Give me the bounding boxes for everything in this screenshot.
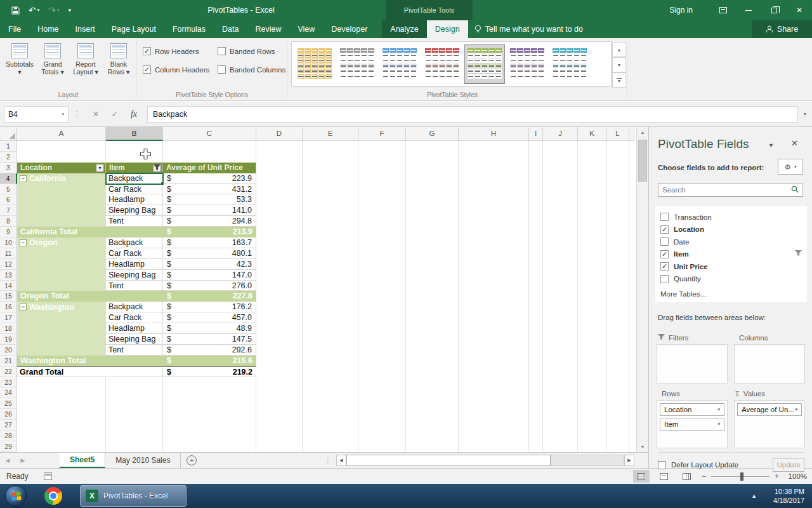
field-item-quantity[interactable]: Quantity bbox=[660, 273, 802, 286]
column-header-A[interactable]: A bbox=[17, 127, 106, 141]
pivot-value-cell[interactable]: $276.0 bbox=[163, 281, 256, 291]
pivot-style-gray[interactable] bbox=[337, 44, 377, 84]
row-header-9[interactable]: 9 bbox=[0, 227, 17, 237]
sheet-next-icon[interactable]: ▶ bbox=[15, 453, 30, 468]
pivot-header-item[interactable]: Item bbox=[106, 163, 163, 173]
field-checkbox[interactable]: ✓ bbox=[660, 262, 669, 271]
option-row-headers[interactable]: ✓Row Headers bbox=[143, 47, 218, 55]
pivot-subtotal-label[interactable]: California Total bbox=[17, 227, 163, 237]
row-header-4[interactable]: 4 bbox=[0, 173, 17, 184]
search-input[interactable] bbox=[658, 186, 787, 194]
tab-design[interactable]: Design bbox=[427, 20, 468, 38]
column-header-E[interactable]: E bbox=[303, 127, 358, 141]
pivot-item-cell[interactable]: Headlamp bbox=[106, 194, 163, 205]
new-sheet-button[interactable]: + bbox=[181, 453, 202, 468]
field-checkbox[interactable]: ✓ bbox=[660, 225, 669, 234]
more-tables-link[interactable]: More Tables... bbox=[660, 288, 802, 300]
pivot-subtotal-value[interactable]: $215.6 bbox=[163, 356, 256, 366]
pivot-value-cell[interactable]: $223.9 bbox=[163, 173, 256, 184]
column-header-G[interactable]: G bbox=[406, 127, 459, 141]
gallery-scroll-down-button[interactable]: ▼ bbox=[612, 57, 626, 72]
clock[interactable]: 10:38 PM 4/18/2017 bbox=[773, 487, 804, 505]
option-column-headers[interactable]: ✓Column Headers bbox=[143, 65, 218, 74]
grand-totals-button[interactable]: GrandTotals ▾ bbox=[37, 42, 69, 89]
pivot-value-cell[interactable]: $147.5 bbox=[163, 334, 256, 345]
item-filter-icon[interactable] bbox=[153, 164, 161, 172]
ribbon-display-options-icon[interactable] bbox=[710, 0, 736, 20]
row-header-26[interactable]: 26 bbox=[0, 409, 17, 420]
pivot-value-cell[interactable]: $294.8 bbox=[163, 216, 256, 227]
pivot-value-cell[interactable]: $42.3 bbox=[163, 259, 256, 270]
row-header-17[interactable]: 17 bbox=[0, 312, 17, 323]
pivot-style-purple[interactable] bbox=[507, 44, 547, 84]
area-dropzone-columns[interactable] bbox=[734, 344, 805, 384]
pivot-value-cell[interactable]: $176.2 bbox=[163, 302, 256, 312]
pivot-item-cell[interactable]: Sleeping Bag bbox=[106, 270, 163, 281]
tab-formulas[interactable]: Formulas bbox=[164, 20, 214, 38]
pivot-location-cell[interactable] bbox=[17, 334, 106, 345]
pivot-style-red[interactable] bbox=[422, 44, 462, 84]
tab-page-layout[interactable]: Page Layout bbox=[103, 20, 164, 38]
vertical-scroll-thumb[interactable] bbox=[638, 140, 647, 182]
pivot-style-light-tan[interactable] bbox=[294, 44, 335, 84]
pivot-value-cell[interactable]: $53.3 bbox=[163, 194, 256, 205]
row-header-1[interactable]: 1 bbox=[0, 141, 17, 152]
row-header-10[interactable]: 10 bbox=[0, 237, 17, 248]
row-header-22[interactable]: 22 bbox=[0, 366, 17, 377]
pivot-value-cell[interactable]: $163.7 bbox=[163, 237, 256, 248]
pivot-value-cell[interactable]: $141.0 bbox=[163, 205, 256, 216]
row-header-15[interactable]: 15 bbox=[0, 291, 17, 302]
pivot-item-cell[interactable]: Car Rack bbox=[106, 312, 163, 323]
pivot-location-cell[interactable] bbox=[17, 194, 106, 205]
pivot-location-cell[interactable]: −Washington bbox=[17, 302, 106, 312]
field-checkbox[interactable] bbox=[660, 237, 669, 246]
field-item-item[interactable]: ✓Item bbox=[660, 248, 802, 261]
zoom-in-button[interactable]: + bbox=[775, 472, 779, 481]
blank-rows-button[interactable]: BlankRows ▾ bbox=[103, 42, 134, 89]
pivot-value-cell[interactable]: $292.6 bbox=[163, 345, 256, 356]
normal-view-button[interactable] bbox=[633, 470, 650, 483]
horizontal-scrollbar[interactable]: ◀ ▶ bbox=[336, 455, 634, 466]
row-header-29[interactable]: 29 bbox=[0, 441, 17, 452]
scroll-up-icon[interactable]: ▲ bbox=[637, 127, 648, 138]
formula-bar-splitter[interactable]: ⋮ bbox=[69, 110, 86, 118]
gallery-scroll-up-button[interactable]: ▲ bbox=[612, 42, 626, 57]
start-button[interactable] bbox=[5, 485, 27, 507]
row-header-8[interactable]: 8 bbox=[0, 216, 17, 227]
collapse-icon[interactable]: − bbox=[20, 239, 27, 246]
area-dropzone-filters[interactable] bbox=[657, 344, 728, 384]
pivot-item-cell[interactable]: Car Rack bbox=[106, 248, 163, 259]
grand-total-label[interactable]: Grand Total bbox=[17, 366, 106, 377]
pivot-subtotal-label[interactable]: Washington Total bbox=[17, 356, 163, 366]
subtotals-button[interactable]: Subtotals▾ bbox=[4, 42, 36, 89]
pivot-location-cell[interactable]: −California bbox=[17, 173, 106, 184]
row-header-23[interactable]: 23 bbox=[0, 377, 17, 388]
area-dropzone-rows[interactable]: Location▾Item▾ bbox=[657, 400, 728, 448]
pivot-item-cell[interactable]: Car Rack bbox=[106, 184, 163, 195]
pivot-value-cell[interactable]: $48.9 bbox=[163, 323, 256, 334]
pivot-item-cell[interactable]: Backpack bbox=[106, 302, 163, 312]
column-header-D[interactable]: D bbox=[256, 127, 303, 141]
page-break-view-button[interactable] bbox=[679, 470, 695, 483]
row-header-28[interactable]: 28 bbox=[0, 431, 17, 441]
field-item-unit-price[interactable]: ✓Unit Price bbox=[660, 260, 802, 273]
column-header-L[interactable]: L bbox=[606, 127, 629, 141]
pane-options-icon[interactable]: ▼ bbox=[768, 142, 774, 149]
row-header-21[interactable]: 21 bbox=[0, 356, 17, 366]
field-item-date[interactable]: Date bbox=[660, 236, 802, 248]
row-header-7[interactable]: 7 bbox=[0, 205, 17, 216]
pivot-value-cell[interactable]: $147.0 bbox=[163, 270, 256, 281]
pivot-location-cell[interactable] bbox=[17, 205, 106, 216]
tab-home[interactable]: Home bbox=[29, 20, 67, 38]
tab-review[interactable]: Review bbox=[247, 20, 289, 38]
name-box[interactable]: B4▾ bbox=[4, 106, 69, 123]
pivot-location-cell[interactable] bbox=[17, 216, 106, 227]
chrome-icon[interactable] bbox=[44, 487, 62, 505]
pivot-header-location[interactable]: Location▼ bbox=[17, 163, 106, 173]
sheet-tab-sheet5[interactable]: Sheet5 bbox=[60, 453, 105, 468]
pivot-style-teal[interactable] bbox=[549, 44, 590, 84]
pane-close-icon[interactable]: ✕ bbox=[791, 138, 798, 148]
row-header-12[interactable]: 12 bbox=[0, 259, 17, 270]
zoom-slider-thumb[interactable] bbox=[740, 472, 743, 481]
share-button[interactable]: Share bbox=[752, 20, 812, 38]
